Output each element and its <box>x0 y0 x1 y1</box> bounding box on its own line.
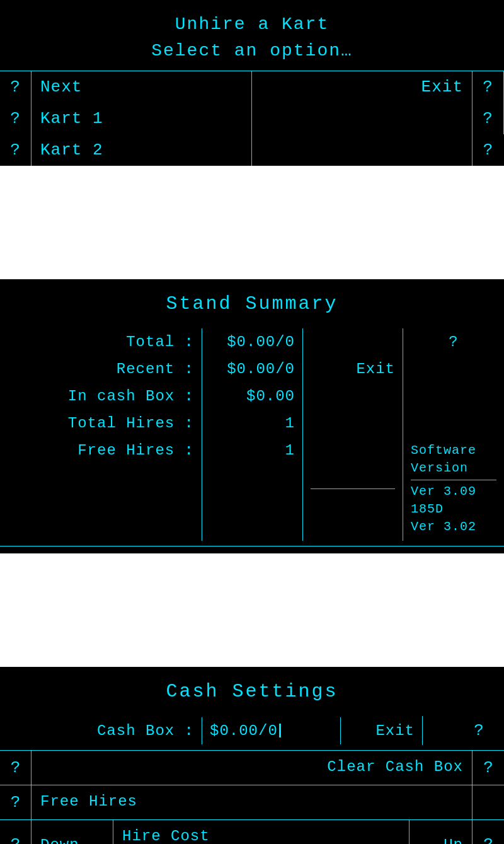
freehires-row-p3: ? Free Hires <box>0 785 504 819</box>
panel2-empty-2 <box>403 356 504 383</box>
panel1-menu-rows: ? Next Exit ? ? Kart 1 ? ? Kart 2 ? <box>0 71 504 166</box>
cashbox-value-p3: $0.00/0 <box>202 717 340 744</box>
freehires-label-summary: Free Hires : <box>0 437 202 541</box>
white-gap-2 <box>0 553 504 667</box>
cashbox-value: $0.00 <box>202 383 302 410</box>
white-gap-1 <box>0 166 504 279</box>
total-label: Total : <box>0 328 202 356</box>
total-value: $0.00/0 <box>202 328 302 356</box>
q-mark-p3-left-1: ? <box>0 751 32 785</box>
kart2-button[interactable]: Kart 2 <box>32 134 252 166</box>
sw-ver-suffix: Version <box>411 460 496 477</box>
cash-settings-title: Cash Settings <box>0 667 504 716</box>
hire-cost-section: Hire Cost $1.00 <box>113 820 410 844</box>
unhire-title: Unhire a Kart <box>6 11 498 38</box>
panel1-empty-2 <box>252 103 472 134</box>
cashbox-row: Cash Box : $0.00/0 Exit ? <box>0 716 504 750</box>
q-mark-left-1: ? <box>0 71 32 103</box>
panel2-empty-5 <box>302 410 403 437</box>
q-mark-left-3: ? <box>0 134 32 166</box>
sw-ver2: 185D <box>411 500 496 518</box>
exit-button-1[interactable]: Exit <box>252 71 472 103</box>
sw-ver1: Ver 3.09 <box>411 483 496 500</box>
q-mark-right-3: ? <box>472 134 504 166</box>
exit-button-summary[interactable]: Exit <box>302 356 403 383</box>
sw-label: Software <box>411 442 496 460</box>
q-mark-p3-right-1: ? <box>472 751 504 785</box>
summary-grid: Total : $0.00/0 ? Recent : $0.00/0 Exit … <box>0 328 504 541</box>
summary-footer-divider <box>0 546 504 553</box>
recent-label: Recent : <box>0 356 202 383</box>
exit-button-p3[interactable]: Exit <box>340 717 422 744</box>
up-button[interactable]: Up <box>410 820 472 844</box>
panel2-empty-3 <box>302 383 403 410</box>
summary-title: Stand Summary <box>0 279 504 328</box>
hirecost-row: ? Down Hire Cost $1.00 Up ? <box>0 819 504 844</box>
next-button[interactable]: Next <box>32 71 252 103</box>
panel2-empty-1 <box>302 328 403 356</box>
unhire-subtitle: Select an option… <box>6 38 498 64</box>
freehires-value-summary: 1 <box>202 437 302 541</box>
q-mark-right-1: ? <box>472 71 504 103</box>
recent-value: $0.00/0 <box>202 356 302 383</box>
sw-ver3: Ver 3.02 <box>411 518 496 536</box>
q-mark-p3-left-3: ? <box>0 820 32 844</box>
down-button[interactable]: Down <box>32 820 113 844</box>
panel2-empty-6 <box>403 410 504 437</box>
q-mark-p3-left-2: ? <box>0 785 32 819</box>
kart1-button[interactable]: Kart 1 <box>32 103 252 134</box>
freehires-line <box>302 437 403 541</box>
panel1-title: Unhire a Kart Select an option… <box>0 0 504 71</box>
cash-settings-panel: Cash Settings Cash Box : $0.00/0 Exit ? … <box>0 667 504 844</box>
unhire-panel: Unhire a Kart Select an option… ? Next E… <box>0 0 504 166</box>
q-mark-p3-right-2 <box>472 785 504 819</box>
q-mark-left-2: ? <box>0 103 32 134</box>
hire-cost-label: Hire Cost <box>122 828 210 844</box>
summary-panel: Stand Summary Total : $0.00/0 ? Recent :… <box>0 279 504 553</box>
q-mark-p3-right-3: ? <box>472 820 504 844</box>
clear-cashbox-row: ? Clear Cash Box ? <box>0 750 504 785</box>
cashbox-label: In cash Box : <box>0 383 202 410</box>
q-mark-summary: ? <box>403 328 504 356</box>
software-version: Software Version Ver 3.09 185D Ver 3.02 <box>403 437 504 541</box>
q-mark-right-2: ? <box>472 103 504 134</box>
freehires-button-p3[interactable]: Free Hires <box>32 785 472 819</box>
clear-cash-box-button[interactable]: Clear Cash Box <box>32 751 472 785</box>
q-mark-p3-top: ? <box>454 716 504 745</box>
totalhires-value: 1 <box>202 410 302 437</box>
panel1-empty-3 <box>252 134 472 166</box>
cashbox-label-p3: Cash Box : <box>0 717 202 744</box>
totalhires-label: Total Hires : <box>0 410 202 437</box>
p3-divider <box>422 716 454 745</box>
panel2-empty-4 <box>403 383 504 410</box>
